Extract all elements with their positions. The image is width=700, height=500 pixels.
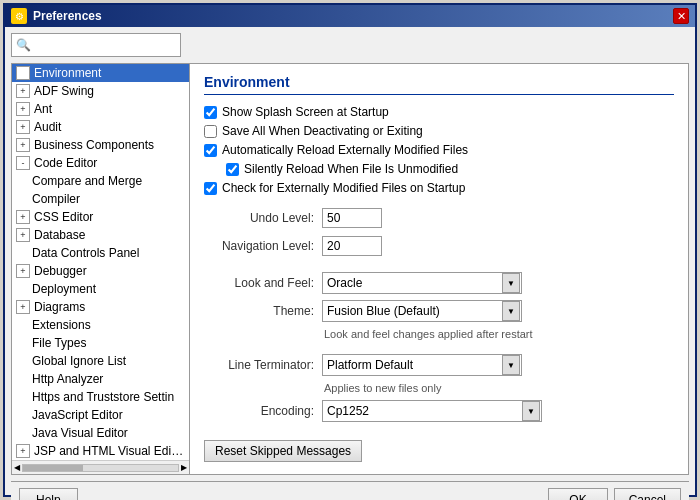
scroll-thumb[interactable]: [23, 465, 83, 471]
sidebar-label-javascript-editor: JavaScript Editor: [32, 408, 123, 422]
expand-icon-ant: +: [16, 102, 30, 116]
encoding-select[interactable]: Cp1252 UTF-8 ISO-8859-1: [322, 400, 542, 422]
help-button[interactable]: Help: [19, 488, 78, 500]
sidebar-item-audit[interactable]: + Audit: [12, 118, 189, 136]
sidebar-item-debugger[interactable]: + Debugger: [12, 262, 189, 280]
sidebar-item-css-editor[interactable]: + CSS Editor: [12, 208, 189, 226]
navigation-level-row: Navigation Level:: [204, 236, 674, 256]
checkbox-auto-reload-input[interactable]: [204, 144, 217, 157]
checkbox-check-external-input[interactable]: [204, 182, 217, 195]
expand-icon-environment: +: [16, 66, 30, 80]
line-terminator-row: Line Terminator: Platform Default Unix (…: [204, 354, 674, 376]
scroll-right-icon[interactable]: ▶: [181, 463, 187, 472]
encoding-wrapper: Cp1252 UTF-8 ISO-8859-1 ▼: [322, 400, 542, 422]
sidebar-label-data-controls: Data Controls Panel: [32, 246, 139, 260]
sidebar[interactable]: + Environment + ADF Swing + Ant: [12, 64, 189, 460]
sidebar-label-ant: Ant: [34, 102, 52, 116]
sidebar-horizontal-scrollbar[interactable]: ◀ ▶: [12, 460, 189, 474]
checkbox-silently-reload-label: Silently Reload When File Is Unmodified: [244, 162, 458, 176]
window-title: Preferences: [33, 9, 102, 23]
sidebar-label-css-editor: CSS Editor: [34, 210, 93, 224]
cancel-button[interactable]: Cancel: [614, 488, 681, 500]
content-panel: Environment Show Splash Screen at Startu…: [190, 64, 688, 474]
encoding-row: Encoding: Cp1252 UTF-8 ISO-8859-1 ▼: [204, 400, 674, 422]
checkbox-save-all-label: Save All When Deactivating or Exiting: [222, 124, 423, 138]
look-and-feel-row: Look and Feel: Oracle Windows Metal ▼: [204, 272, 674, 294]
sidebar-label-code-editor: Code Editor: [34, 156, 97, 170]
sidebar-label-compiler: Compiler: [32, 192, 80, 206]
checkbox-auto-reload-label: Automatically Reload Externally Modified…: [222, 143, 468, 157]
expand-icon-jsp-html: +: [16, 444, 30, 458]
checkbox-save-all-input[interactable]: [204, 125, 217, 138]
scroll-left-icon[interactable]: ◀: [14, 463, 20, 472]
sidebar-label-audit: Audit: [34, 120, 61, 134]
title-bar: ⚙ Preferences ✕: [5, 5, 695, 27]
checkbox-silently-reload-input[interactable]: [226, 163, 239, 176]
sidebar-item-http-analyzer[interactable]: Http Analyzer: [12, 370, 189, 388]
sidebar-item-global-ignore[interactable]: Global Ignore List: [12, 352, 189, 370]
expand-icon-audit: +: [16, 120, 30, 134]
sidebar-item-diagrams[interactable]: + Diagrams: [12, 298, 189, 316]
look-and-feel-wrapper: Oracle Windows Metal ▼: [322, 272, 522, 294]
undo-level-label: Undo Level:: [204, 211, 314, 225]
undo-level-input[interactable]: [322, 208, 382, 228]
expand-icon-css-editor: +: [16, 210, 30, 224]
close-button[interactable]: ✕: [673, 8, 689, 24]
line-terminator-label: Line Terminator:: [204, 358, 314, 372]
sidebar-item-javascript-editor[interactable]: JavaScript Editor: [12, 406, 189, 424]
sidebar-label-jsp-html: JSP and HTML Visual Editor: [34, 444, 185, 458]
sidebar-label-diagrams: Diagrams: [34, 300, 85, 314]
look-and-feel-select[interactable]: Oracle Windows Metal: [322, 272, 522, 294]
main-area: + Environment + ADF Swing + Ant: [11, 63, 689, 475]
sidebar-label-compare-merge: Compare and Merge: [32, 174, 142, 188]
sidebar-item-deployment[interactable]: Deployment: [12, 280, 189, 298]
scroll-track[interactable]: [22, 464, 179, 472]
line-terminator-note: Applies to new files only: [324, 382, 674, 394]
sidebar-item-extensions[interactable]: Extensions: [12, 316, 189, 334]
window-icon: ⚙: [11, 8, 27, 24]
navigation-level-input[interactable]: [322, 236, 382, 256]
sidebar-label-global-ignore: Global Ignore List: [32, 354, 126, 368]
window-content: 🔍 + Environment + ADF Swing: [5, 27, 695, 500]
sidebar-item-compare-merge[interactable]: Compare and Merge: [12, 172, 189, 190]
preferences-window: ⚙ Preferences ✕ 🔍 + Environment: [3, 3, 697, 497]
sidebar-item-ant[interactable]: + Ant: [12, 100, 189, 118]
line-terminator-select[interactable]: Platform Default Unix (\n) Windows (\r\n…: [322, 354, 522, 376]
sidebar-item-environment[interactable]: + Environment: [12, 64, 189, 82]
sidebar-item-code-editor[interactable]: - Code Editor: [12, 154, 189, 172]
checkbox-silently-reload: Silently Reload When File Is Unmodified: [204, 162, 674, 176]
checkbox-save-all: Save All When Deactivating or Exiting: [204, 124, 674, 138]
expand-icon-code-editor: -: [16, 156, 30, 170]
sidebar-item-database[interactable]: + Database: [12, 226, 189, 244]
sidebar-label-https-truststore: Https and Truststore Settin: [32, 390, 174, 404]
checkbox-check-external-label: Check for Externally Modified Files on S…: [222, 181, 465, 195]
expand-icon-debugger: +: [16, 264, 30, 278]
sidebar-label-adf-swing: ADF Swing: [34, 84, 94, 98]
search-icon: 🔍: [16, 38, 31, 52]
sidebar-label-java-visual-editor: Java Visual Editor: [32, 426, 128, 440]
title-bar-left: ⚙ Preferences: [11, 8, 102, 24]
undo-level-row: Undo Level:: [204, 208, 674, 228]
content-title: Environment: [204, 74, 674, 95]
checkbox-check-external: Check for Externally Modified Files on S…: [204, 181, 674, 195]
sidebar-item-data-controls[interactable]: Data Controls Panel: [12, 244, 189, 262]
sidebar-item-adf-swing[interactable]: + ADF Swing: [12, 82, 189, 100]
sidebar-item-business-components[interactable]: + Business Components: [12, 136, 189, 154]
navigation-level-label: Navigation Level:: [204, 239, 314, 253]
sidebar-item-java-visual-editor[interactable]: Java Visual Editor: [12, 424, 189, 442]
sidebar-item-jsp-html[interactable]: + JSP and HTML Visual Editor: [12, 442, 189, 460]
ok-button[interactable]: OK: [548, 488, 607, 500]
theme-select[interactable]: Fusion Blue (Default) Fusion Simple Alta: [322, 300, 522, 322]
sidebar-label-deployment: Deployment: [32, 282, 96, 296]
expand-icon-diagrams: +: [16, 300, 30, 314]
reset-skipped-messages-button[interactable]: Reset Skipped Messages: [204, 440, 362, 462]
checkbox-show-splash-input[interactable]: [204, 106, 217, 119]
sidebar-label-database: Database: [34, 228, 85, 242]
theme-row: Theme: Fusion Blue (Default) Fusion Simp…: [204, 300, 674, 322]
sidebar-item-file-types[interactable]: File Types: [12, 334, 189, 352]
sidebar-item-https-truststore[interactable]: Https and Truststore Settin: [12, 388, 189, 406]
expand-icon-database: +: [16, 228, 30, 242]
sidebar-item-compiler[interactable]: Compiler: [12, 190, 189, 208]
ok-cancel-group: OK Cancel: [548, 488, 681, 500]
line-terminator-wrapper: Platform Default Unix (\n) Windows (\r\n…: [322, 354, 522, 376]
